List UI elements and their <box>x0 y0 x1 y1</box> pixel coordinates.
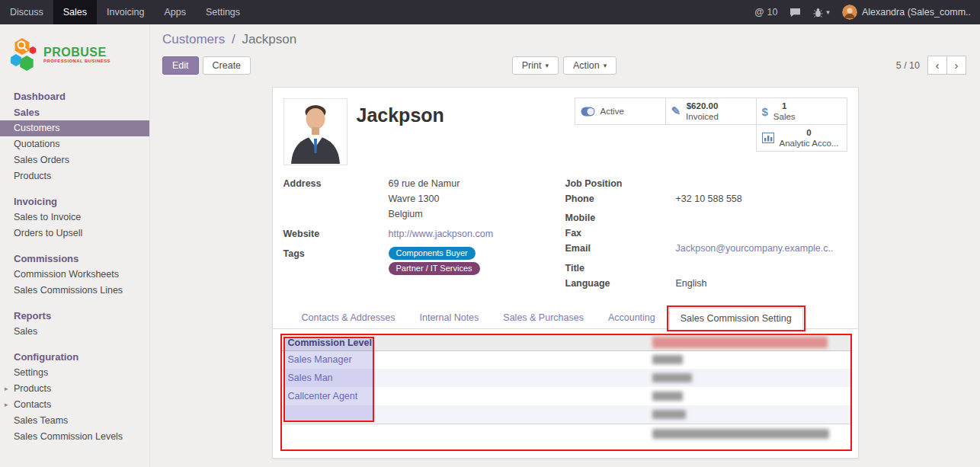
table-row[interactable] <box>282 405 850 424</box>
redacted-value <box>652 355 683 364</box>
email-label: Email <box>565 241 676 256</box>
app-menu: Discuss Sales Invoicing Apps Settings <box>0 0 250 24</box>
redacted-value <box>652 429 829 439</box>
sidebar-item-sales-commission-levels[interactable]: Sales Commission Levels <box>0 429 149 445</box>
sidebar-item-label: Products <box>14 383 51 394</box>
language-value: English <box>676 276 707 291</box>
caret-down-icon: ▾ <box>826 8 830 16</box>
menu-apps[interactable]: Apps <box>154 0 196 24</box>
control-panel: Customers / Jackpson Edit Create Print ▾… <box>150 24 980 84</box>
analytic-chart-icon <box>762 133 774 143</box>
website-label: Website <box>283 226 389 241</box>
tab-accounting[interactable]: Accounting <box>597 308 666 328</box>
sidebar-item-sales-orders[interactable]: Sales Orders <box>0 152 149 168</box>
sidebar-item-invoicing[interactable]: Invoicing <box>0 194 149 210</box>
caret-down-icon: ▾ <box>604 62 607 69</box>
create-button[interactable]: Create <box>203 56 251 75</box>
sidebar-item-commissions[interactable]: Commissions <box>0 251 149 267</box>
action-dropdown[interactable]: Action ▾ <box>563 56 617 75</box>
customer-avatar[interactable] <box>283 98 347 165</box>
menu-settings[interactable]: Settings <box>196 0 250 24</box>
stat-label: Analytic Acco... <box>780 138 839 149</box>
sidebar-group-sales: Sales Customers Quotations Sales Orders … <box>0 104 149 184</box>
stat-label: Sales <box>773 111 796 122</box>
sidebar-item-sales-teams[interactable]: Sales Teams <box>0 413 149 429</box>
analytic-accounts-stat-button[interactable]: 0 Analytic Acco... <box>756 124 847 152</box>
table-header-row: Commission Level <box>282 335 850 350</box>
breadcrumb-separator: / <box>232 32 235 46</box>
redacted-value <box>652 410 686 419</box>
user-name: Alexandra (Sales_comm.. <box>862 7 971 18</box>
right-field-column: Job Position Phone +32 10 588 558 Mobile <box>565 176 847 291</box>
sidebar-item-reports[interactable]: Reports <box>0 308 149 324</box>
sidebar-item-commission-worksheets[interactable]: Commission Worksheets <box>0 267 149 283</box>
sidebar-item-sales[interactable]: Sales <box>0 104 149 120</box>
print-label: Print <box>522 60 542 71</box>
table-row[interactable]: Callcenter Agent <box>282 387 850 405</box>
expand-icon: ▸ <box>5 383 8 395</box>
menu-invoicing[interactable]: Invoicing <box>97 0 154 24</box>
sidebar-group-dashboard: Dashboard <box>0 88 149 104</box>
tab-sales-purchases[interactable]: Sales & Purchases <box>492 308 594 328</box>
sidebar-item-quotations[interactable]: Quotations <box>0 136 149 152</box>
tab-internal-notes[interactable]: Internal Notes <box>408 308 489 328</box>
debug-menu[interactable]: ▾ <box>813 8 830 18</box>
tags-label: Tags <box>283 246 389 261</box>
pencil-icon: ✎ <box>671 104 681 118</box>
dollar-icon: $ <box>762 105 768 118</box>
website-link[interactable]: http://www.jackpson.com <box>389 226 494 241</box>
pager-value: 5 / 10 <box>896 60 920 71</box>
mention-counter[interactable]: @ 10 <box>754 7 777 18</box>
active-toggle-button[interactable]: Active <box>575 98 666 125</box>
mention-count: 10 <box>767 7 777 18</box>
menu-discuss[interactable]: Discuss <box>0 0 53 24</box>
sidebar-group-invoicing: Invoicing Sales to Invoice Orders to Ups… <box>0 194 149 241</box>
sales-stat-button[interactable]: $ 1 Sales <box>756 98 847 125</box>
tag-components-buyer: Components Buyer <box>389 247 476 260</box>
tab-contacts-addresses[interactable]: Contacts & Addresses <box>291 308 406 328</box>
language-label: Language <box>565 276 676 291</box>
sidebar-item-config-settings[interactable]: Settings <box>0 365 149 381</box>
sidebar-item-configuration[interactable]: Configuration <box>0 349 149 365</box>
probuse-logo-icon <box>9 37 38 73</box>
sidebar-item-dashboard[interactable]: Dashboard <box>0 88 149 104</box>
table-row[interactable]: Sales Manager <box>282 350 850 369</box>
edit-button[interactable]: Edit <box>162 56 199 75</box>
sidebar-item-reports-sales[interactable]: Sales <box>0 324 149 340</box>
bug-icon <box>813 8 823 18</box>
print-dropdown[interactable]: Print ▾ <box>512 56 559 75</box>
toggle-icon <box>581 107 595 117</box>
user-menu[interactable]: Alexandra (Sales_comm.. <box>842 5 971 20</box>
sidebar-group-commissions: Commissions Commission Worksheets Sales … <box>0 251 149 299</box>
probuse-logo[interactable]: PROBUSE PROFESSIONAL BUSINESS <box>0 24 149 88</box>
pager-previous-button[interactable]: ‹ <box>927 56 947 75</box>
tab-sales-commission-setting[interactable]: Sales Commission Setting <box>669 308 803 329</box>
sidebar-item-customers[interactable]: Customers <box>0 120 149 136</box>
commission-level-column-header[interactable]: Commission Level <box>282 335 646 350</box>
sidebar-item-sales-to-invoice[interactable]: Sales to Invoice <box>0 210 149 226</box>
commission-level-cell: Callcenter Agent <box>282 387 646 405</box>
commission-level-cell: Sales Man <box>282 369 646 387</box>
menu-sales[interactable]: Sales <box>53 0 97 24</box>
stat-buttons: Active ✎ $620.00 Invoiced $ <box>575 98 847 165</box>
messages-button[interactable] <box>789 8 801 18</box>
breadcrumb-customers[interactable]: Customers <box>162 32 225 46</box>
fax-label: Fax <box>565 226 676 241</box>
redacted-value <box>652 337 828 348</box>
breadcrumb-current: Jackpson <box>242 32 296 46</box>
sidebar-item-orders-to-upsell[interactable]: Orders to Upsell <box>0 226 149 241</box>
table-row[interactable]: Sales Man <box>282 369 850 387</box>
sidebar-item-products[interactable]: Products <box>0 168 149 184</box>
logo-subtitle: PROFESSIONAL BUSINESS <box>43 59 110 63</box>
sidebar: PROBUSE PROFESSIONAL BUSINESS Dashboard … <box>0 24 150 467</box>
sidebar-item-config-products[interactable]: ▸ Products <box>0 381 149 397</box>
sidebar-group-reports: Reports Sales <box>0 308 149 340</box>
sidebar-item-sales-commissions-lines[interactable]: Sales Commissions Lines <box>0 283 149 299</box>
pager-next-button[interactable]: › <box>946 56 966 75</box>
address-label: Address <box>283 176 389 191</box>
email-link[interactable]: Jackpson@yourcompany.example.c.. <box>676 241 834 256</box>
invoiced-stat-button[interactable]: ✎ $620.00 Invoiced <box>665 98 757 125</box>
redacted-column-header[interactable] <box>646 335 828 350</box>
address-line1: 69 rue de Namur <box>389 176 460 191</box>
sidebar-item-config-contacts[interactable]: ▸ Contacts <box>0 397 149 413</box>
